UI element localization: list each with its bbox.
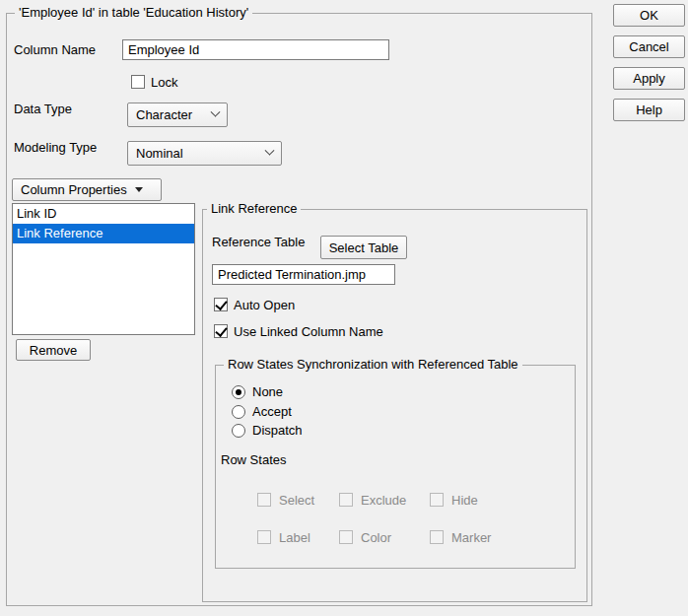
list-item[interactable]: Link ID <box>13 204 194 224</box>
radio-accept-label: Accept <box>252 404 292 419</box>
row-states-label: Row States <box>221 452 286 467</box>
column-properties-label: Column Properties <box>21 182 127 197</box>
label-checkbox[interactable] <box>257 530 271 544</box>
radio-dispatch[interactable] <box>232 424 245 438</box>
modeling-type-value: Nominal <box>136 146 256 161</box>
dropdown-arrow-icon <box>135 187 143 192</box>
modeling-type-label: Modeling Type <box>14 140 97 155</box>
ok-button[interactable]: OK <box>613 4 685 27</box>
label-checkbox-label: Label <box>279 530 310 545</box>
help-button[interactable]: Help <box>613 99 685 121</box>
data-type-label: Data Type <box>14 102 72 116</box>
column-name-input[interactable]: Employee Id <box>122 39 389 60</box>
color-checkbox[interactable] <box>339 530 353 544</box>
dialog-title: 'Employee Id' in table 'Education Histor… <box>15 5 252 20</box>
column-name-label: Column Name <box>14 42 96 57</box>
select-checkbox-label: Select <box>279 493 314 508</box>
radio-none-label: None <box>252 384 283 399</box>
radio-dispatch-label: Dispatch <box>252 423 303 438</box>
properties-listbox[interactable]: Link ID Link Reference <box>12 203 195 335</box>
modeling-type-dropdown[interactable]: Nominal <box>127 141 282 166</box>
select-table-button[interactable]: Select Table <box>320 236 407 259</box>
radio-none[interactable] <box>232 385 245 399</box>
remove-button[interactable]: Remove <box>16 339 91 361</box>
radio-accept[interactable] <box>232 405 245 419</box>
marker-checkbox[interactable] <box>430 530 444 544</box>
apply-button[interactable]: Apply <box>613 67 685 90</box>
exclude-checkbox-label: Exclude <box>361 493 406 508</box>
use-linked-column-name-label: Use Linked Column Name <box>234 324 383 339</box>
marker-checkbox-label: Marker <box>451 530 491 545</box>
data-type-value: Character <box>136 107 202 122</box>
exclude-checkbox[interactable] <box>339 493 353 507</box>
lock-checkbox[interactable] <box>131 75 145 89</box>
use-linked-column-name-checkbox[interactable] <box>214 324 228 338</box>
row-states-sync-title: Row States Synchronization with Referenc… <box>224 357 522 372</box>
hide-checkbox-label: Hide <box>451 493 478 508</box>
link-reference-title: Link Reference <box>207 201 301 216</box>
chevron-down-icon <box>211 107 221 117</box>
auto-open-label: Auto Open <box>234 298 295 312</box>
list-item[interactable]: Link Reference <box>13 224 194 243</box>
reference-table-input[interactable]: Predicted Termination.jmp <box>212 264 395 285</box>
data-type-dropdown[interactable]: Character <box>127 103 228 127</box>
select-checkbox[interactable] <box>257 493 271 507</box>
reference-table-label: Reference Table <box>212 235 305 249</box>
auto-open-checkbox[interactable] <box>214 298 228 311</box>
column-properties-button[interactable]: Column Properties <box>12 178 162 201</box>
cancel-button[interactable]: Cancel <box>613 35 685 58</box>
color-checkbox-label: Color <box>361 530 391 545</box>
lock-label: Lock <box>151 75 177 90</box>
chevron-down-icon <box>265 146 275 156</box>
hide-checkbox[interactable] <box>430 493 444 507</box>
